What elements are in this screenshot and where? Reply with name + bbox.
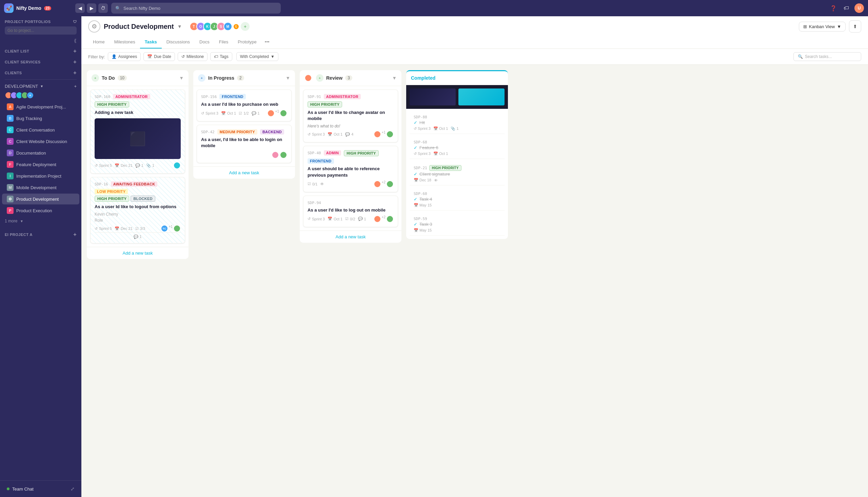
ei-project-header[interactable]: EI PROJECT A + xyxy=(0,228,81,239)
sidebar-item-mobile[interactable]: M Mobile Development xyxy=(2,182,79,193)
collapse-sidebar-icon[interactable]: ⟪ xyxy=(74,38,76,43)
completed-card-3[interactable]: SDP-21 HIGH PRIORITY ✓ Client signature … xyxy=(410,162,504,185)
sidebar-item-client-conv[interactable]: C Client Conversation xyxy=(2,124,79,135)
clients-header[interactable]: CLIENTS + xyxy=(0,67,81,77)
sidebar-item-product-dev[interactable]: ⚙ Product Development xyxy=(2,194,79,204)
user-avatar[interactable]: U xyxy=(854,3,864,13)
feature-icon: F xyxy=(7,161,14,168)
todo-column: + To Do 10 ▼ SDP-160 ADMINISTRATOR HIGH … xyxy=(87,70,188,259)
tab-milestones[interactable]: Milestones xyxy=(110,36,140,48)
more-projects[interactable]: 1 more ▼ xyxy=(0,216,81,225)
tab-discussions[interactable]: Discussions xyxy=(162,36,195,48)
inprogress-card-2[interactable]: SDP-42 MEDIUM PRIORITY BACKEND As a user… xyxy=(197,125,291,163)
completed-card-5[interactable]: SDP-59 ✓ Task 3 📅 May 15 xyxy=(410,214,504,236)
client-services-header[interactable]: CLIENT SERVICES + xyxy=(0,56,81,67)
todo-card-1[interactable]: SDP-160 ADMINISTRATOR HIGH PRIORITY Addi… xyxy=(90,89,185,174)
agile-icon: A xyxy=(7,103,14,110)
export-button[interactable]: ⬆ xyxy=(849,20,861,32)
notifications-icon[interactable]: 🏷 xyxy=(842,3,851,13)
todo-card-2[interactable]: SDP-16 AWAITING FEEDBACK LOW PRIORITY HI… xyxy=(90,177,185,243)
inprogress-title: In Progress xyxy=(208,75,234,81)
with-completed-filter[interactable]: With Completed ▼ xyxy=(236,52,279,61)
due-date-filter[interactable]: 📅 Due Date xyxy=(143,52,175,61)
cc-title-row-2: ✓ Feature 6 xyxy=(414,145,500,150)
search-placeholder: Search Nifty Demo xyxy=(124,6,160,11)
sidebar-item-feature[interactable]: F Feature Deployment xyxy=(2,159,79,170)
todo-add-task-button[interactable]: Add a new task xyxy=(87,247,188,259)
review-card-2[interactable]: SDP-40 ADMIN HIGH PRIORITY FRONTEND A us… xyxy=(303,146,398,192)
shield-icon: 🛡 xyxy=(73,20,77,24)
add-ei-icon[interactable]: + xyxy=(73,231,76,238)
milestone-filter[interactable]: ↺ Milestone xyxy=(178,52,208,61)
inprogress-card-1[interactable]: SDP-156 FRONTEND As a user I'd like to p… xyxy=(197,89,291,122)
team-chat-item[interactable]: Team Chat ⤢ xyxy=(2,483,79,494)
tags-filter[interactable]: 🏷 Tags xyxy=(210,52,232,61)
sidebar-bottom: Team Chat ⤢ xyxy=(0,480,81,497)
rv-avatar-3a xyxy=(374,215,381,223)
completed-card-2[interactable]: SDP-68 ✓ Feature 6 ↺ Sprint 3 📅 Oct 1 xyxy=(410,137,504,159)
review-card-3[interactable]: SDP-94 As a user I'd like to log out on … xyxy=(303,196,398,227)
forward-button[interactable]: ▶ xyxy=(87,3,96,13)
assignees-filter[interactable]: 👤 Assignees xyxy=(108,52,141,61)
tab-tasks[interactable]: Tasks xyxy=(140,36,162,48)
app-logo[interactable]: 🚀 Nifty Demo 23 xyxy=(4,3,72,13)
completed-card-1[interactable]: SDP-88 ✓ Hit ↺ Sprint 3 📅 Oct 1 📎 1 xyxy=(410,112,504,134)
milestone-label: Milestone xyxy=(186,54,204,59)
back-button[interactable]: ◀ xyxy=(75,3,85,13)
add-clients-icon[interactable]: + xyxy=(73,70,76,76)
with-completed-label: With Completed xyxy=(240,54,269,59)
cc-id-1: SDP-88 xyxy=(414,115,500,119)
search-tasks[interactable]: 🔍 Search tasks... xyxy=(793,52,861,61)
inprogress-add-task-button[interactable]: Add a new task xyxy=(193,167,295,179)
sidebar-item-agile[interactable]: A Agile Development Proj... xyxy=(2,101,79,112)
client-list-header[interactable]: CLIENT LIST + xyxy=(0,45,81,56)
go-to-project-input[interactable] xyxy=(5,26,76,34)
cc-meta-2: ↺ Sprint 3 📅 Oct 1 xyxy=(414,152,500,156)
review-add-task-button[interactable]: Add a new task xyxy=(300,230,401,243)
tab-docs[interactable]: Docs xyxy=(195,36,214,48)
add-client-list-icon[interactable]: + xyxy=(73,48,76,54)
todo-add-icon[interactable]: + xyxy=(91,74,99,82)
inprogress-icon: + xyxy=(198,74,205,82)
sidebar-search[interactable] xyxy=(0,25,81,37)
add-member-button[interactable]: + xyxy=(241,22,250,31)
todo-cards: SDP-160 ADMINISTRATOR HIGH PRIORITY Addi… xyxy=(87,86,188,247)
tab-home[interactable]: Home xyxy=(88,36,110,48)
product-dev-icon: ⚙ xyxy=(7,196,14,202)
add-client-services-icon[interactable]: + xyxy=(73,59,76,65)
ip-id-1: SDP-156 xyxy=(201,95,217,99)
review-card-1[interactable]: SDP-91 ADMINISTRATOR HIGH PRIORITY As a … xyxy=(303,89,398,142)
rv-tag-high: HIGH PRIORITY xyxy=(308,101,342,108)
completed-card-4[interactable]: SDP-60 ✓ Task 4 📅 May 15 xyxy=(410,189,504,211)
tab-files[interactable]: Files xyxy=(214,36,233,48)
cc-meta-1: ↺ Sprint 3 📅 Oct 1 📎 1 xyxy=(414,126,500,131)
development-section[interactable]: DEVELOPMENT ▼ + xyxy=(0,82,81,91)
review-add-icon[interactable]: + xyxy=(316,74,324,82)
card-sprint-2: ↺ Sprint 5 xyxy=(95,226,112,231)
history-button[interactable]: ⏱ xyxy=(98,3,108,13)
review-chevron[interactable]: ▼ xyxy=(392,75,397,81)
card-attach-1: 📎 1 xyxy=(146,164,154,168)
docs-label: Documentation xyxy=(16,151,46,156)
sidebar-item-docs[interactable]: D Documentation xyxy=(2,147,79,158)
inprogress-chevron[interactable]: ▼ xyxy=(285,75,290,81)
sidebar-item-bug[interactable]: B Bug Tracking xyxy=(2,113,79,124)
project-title-chevron[interactable]: ▼ xyxy=(177,24,182,29)
add-development-icon[interactable]: + xyxy=(74,84,76,89)
more-chevron: ▼ xyxy=(20,219,24,223)
sidebar-item-impl[interactable]: I Implementation Project xyxy=(2,171,79,181)
rv-avatar-1 xyxy=(374,130,381,138)
todo-chevron[interactable]: ▼ xyxy=(179,75,184,81)
cc-tag-3: HIGH PRIORITY xyxy=(429,165,461,171)
more-tabs[interactable]: ••• xyxy=(261,36,273,48)
search-bar[interactable]: 🔍 Search Nifty Demo xyxy=(111,3,281,14)
filter-label: Filter by: xyxy=(88,54,105,59)
sidebar-item-client-web[interactable]: C Client Website Discussion xyxy=(2,136,79,147)
tab-prototype[interactable]: Prototype xyxy=(233,36,261,48)
kanban-view-button[interactable]: ⊞ Kanban View ▼ xyxy=(799,22,845,31)
card-avatar-1 xyxy=(173,162,181,169)
sidebar-item-product-exec[interactable]: P Product Execution xyxy=(2,205,79,216)
card-header-1: SDP-160 ADMINISTRATOR xyxy=(95,94,181,99)
cc-check-4: ✓ xyxy=(414,197,417,202)
help-icon[interactable]: ❓ xyxy=(829,3,838,13)
